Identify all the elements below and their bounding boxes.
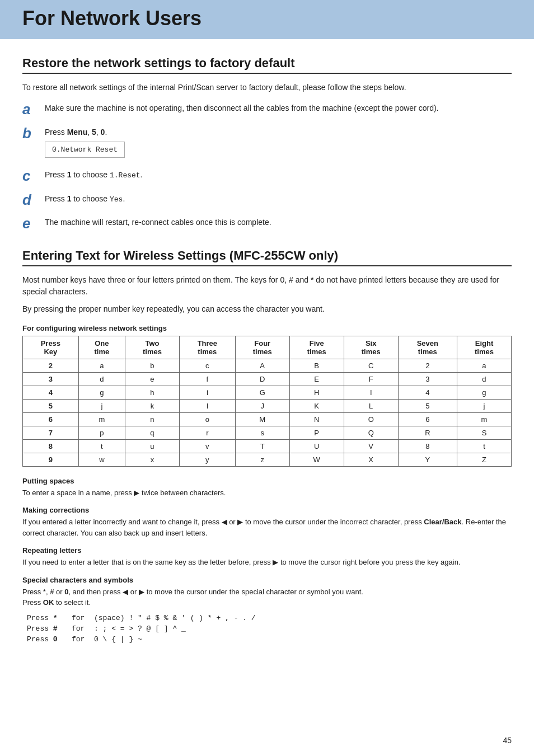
col-header-eight: Eighttimes [457,336,511,359]
table-cell: s [235,426,289,439]
step-text-c: Press 1 to choose 1.Reset. [45,168,512,181]
special-char-key: Press # [22,623,67,634]
table-cell: t [457,439,511,453]
page-title: For Network Users [22,7,512,30]
step-b: b Press Menu, 5, 0. 0.Network Reset [22,125,512,161]
table-cell: 3 [23,372,79,386]
table-cell: 4 [23,386,79,399]
table-cell: i [179,386,235,399]
table-cell: d [457,372,511,386]
col-header-press-key: PressKey [23,336,79,359]
steps-list: a Make sure the machine is not operating… [22,101,512,232]
special-char-chars: : ; < = > ? @ [ ] ^ _ [90,623,260,634]
table-cell: L [344,399,398,412]
table-cell: T [235,439,289,453]
subsection-putting-spaces: Putting spaces To enter a space in a nam… [22,477,512,499]
table-cell: G [235,386,289,399]
table-cell: g [457,386,511,399]
table-cell: 5 [398,399,457,412]
subsection-making-corrections: Making corrections If you entered a lett… [22,506,512,538]
subsection-special-chars: Special characters and symbols Press *, … [22,576,512,645]
table-cell: D [235,372,289,386]
page-number: 45 [503,736,512,745]
table-cell: 7 [23,426,79,439]
table-cell: f [179,372,235,386]
section2-intro2: By pressing the proper number key repeat… [22,303,512,315]
table-cell: R [398,426,457,439]
table-cell: K [289,399,344,412]
table-cell: 3 [398,372,457,386]
subsection-title-making-corrections: Making corrections [22,506,512,514]
table-label: For configuring wireless network setting… [22,324,512,332]
table-cell: t [78,439,125,453]
table-cell: 6 [23,412,79,426]
table-cell: V [344,439,398,453]
table-cell: U [289,439,344,453]
table-cell: l [179,399,235,412]
table-cell: c [179,359,235,372]
table-cell: m [78,412,125,426]
step-c: c Press 1 to choose 1.Reset. [22,168,512,184]
step-text-a: Make sure the machine is not operating, … [45,101,512,114]
special-char-chars: 0 \ { | } ~ [90,634,260,645]
table-cell: N [289,412,344,426]
step-letter-e: e [22,215,45,232]
col-header-one: Onetime [78,336,125,359]
table-cell: X [344,453,398,466]
special-char-row: Press *for(space) ! " # $ % & ' ( ) * + … [22,613,260,623]
table-cell: p [78,426,125,439]
section-restore: Restore the network settings to factory … [22,56,512,232]
table-cell: H [289,386,344,399]
subsection-text-special-chars: Press *, # or 0, and then press ◀ or ▶ t… [22,586,512,608]
section1-title: Restore the network settings to factory … [22,56,512,74]
subsection-text-putting-spaces: To enter a space in a name, press ▶ twic… [22,487,512,499]
table-cell: 2 [398,359,457,372]
table-cell: S [457,426,511,439]
table-cell: o [179,412,235,426]
table-cell: E [289,372,344,386]
table-cell: j [457,399,511,412]
table-cell: 9 [23,453,79,466]
table-cell: J [235,399,289,412]
table-cell: b [125,359,179,372]
section2-intro1: Most number keys have three or four lett… [22,274,512,298]
col-header-seven: Seventimes [398,336,457,359]
step-letter-c: c [22,168,45,184]
table-cell: a [78,359,125,372]
subsection-title-repeating-letters: Repeating letters [22,546,512,555]
step-text-d: Press 1 to choose Yes. [45,192,512,205]
step-letter-a: a [22,101,45,118]
table-cell: a [457,359,511,372]
code-display: 0.Network Reset [45,142,125,158]
subsection-title-putting-spaces: Putting spaces [22,477,512,485]
table-cell: A [235,359,289,372]
subsection-text-making-corrections: If you entered a letter incorrectly and … [22,516,512,538]
table-cell: z [235,453,289,466]
table-cell: n [125,412,179,426]
table-cell: W [289,453,344,466]
table-cell: F [344,372,398,386]
table-cell: 6 [398,412,457,426]
special-char-row: Press #for: ; < = > ? @ [ ] ^ _ [22,623,260,634]
col-header-two: Twotimes [125,336,179,359]
special-char-for: for [67,623,90,634]
subsection-repeating-letters: Repeating letters If you need to enter a… [22,546,512,568]
table-cell: 5 [23,399,79,412]
table-cell: O [344,412,398,426]
table-cell: y [179,453,235,466]
special-char-chars: (space) ! " # $ % & ' ( ) * + , - . / [90,613,260,623]
table-cell: d [78,372,125,386]
table-cell: q [125,426,179,439]
table-cell: 8 [398,439,457,453]
table-cell: x [125,453,179,466]
table-cell: j [78,399,125,412]
table-cell: h [125,386,179,399]
special-chars-table: Press *for(space) ! " # $ % & ' ( ) * + … [22,613,512,645]
page-header: For Network Users [0,0,534,39]
special-char-for: for [67,613,90,623]
table-cell: P [289,426,344,439]
table-cell: M [235,412,289,426]
table-cell: Z [457,453,511,466]
section-wireless: Entering Text for Wireless Settings (MFC… [22,248,512,645]
table-cell: Q [344,426,398,439]
